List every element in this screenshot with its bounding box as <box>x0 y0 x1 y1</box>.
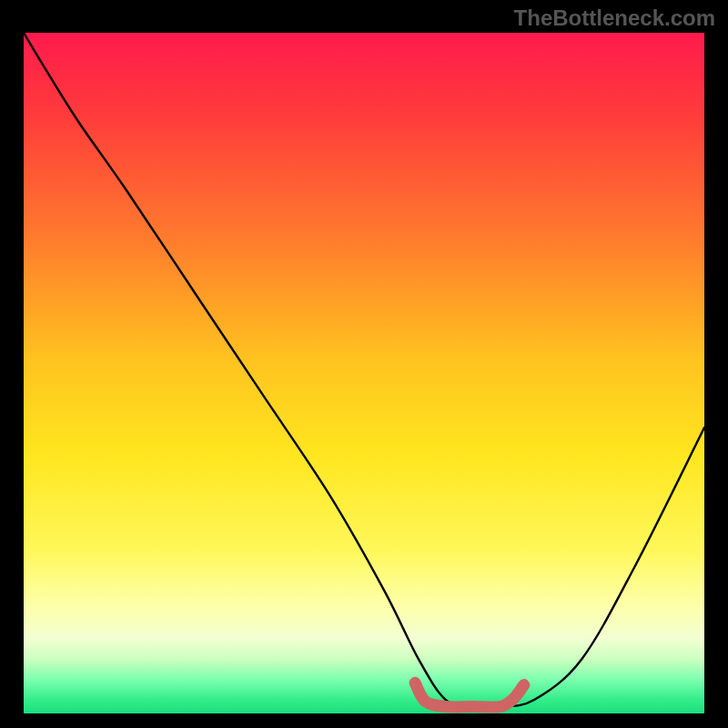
curve-layer <box>24 33 704 713</box>
chart-container: TheBottleneck.com <box>0 0 728 728</box>
sweet-spot-highlight <box>415 682 524 707</box>
bottleneck-curve <box>24 33 704 707</box>
watermark-text: TheBottleneck.com <box>514 5 715 31</box>
plot-area <box>24 33 704 713</box>
